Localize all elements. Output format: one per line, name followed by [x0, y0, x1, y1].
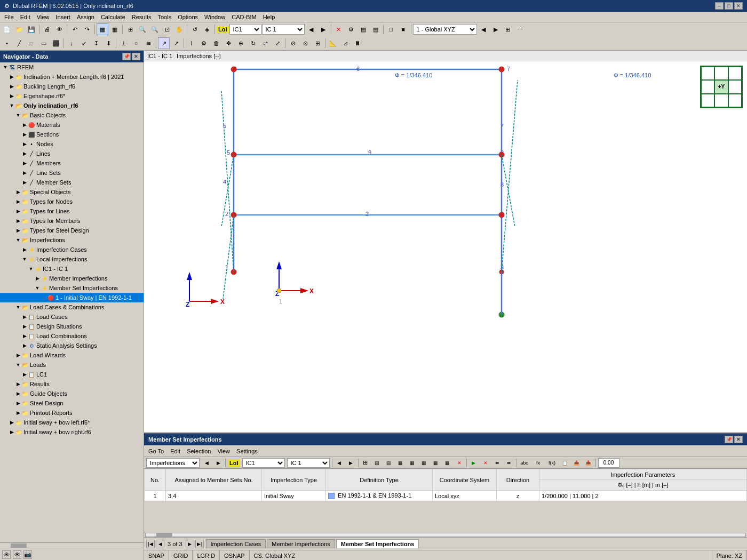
tree-static-analysis[interactable]: ▶ ⚙ Static Analysis Settings: [0, 341, 144, 350]
tb2-solid[interactable]: ⬛: [50, 37, 62, 49]
tab-imperfection-cases[interactable]: Imperfection Cases: [206, 539, 266, 548]
tb2-measure[interactable]: 📐: [327, 37, 339, 49]
tb-ic1-value-select[interactable]: IC 1: [262, 24, 305, 35]
tree-buckling[interactable]: ▶ 📁 Buckling Length_rf6: [0, 82, 144, 91]
tb2-section[interactable]: I: [186, 37, 197, 49]
menu-insert[interactable]: Insert: [52, 13, 74, 21]
bp-settings[interactable]: Settings: [234, 447, 260, 455]
status-snap[interactable]: SNAP: [144, 550, 169, 560]
tree-imperfection-cases[interactable]: ▶ ⚡ Imperfection Cases: [0, 245, 144, 254]
tree-special-objects[interactable]: ▶ 📁 Special Objects: [0, 187, 144, 197]
bp-export[interactable]: 📤: [572, 458, 582, 468]
tree-nodes[interactable]: ▶ • Nodes: [0, 139, 144, 149]
viewport-3d[interactable]: +Y Φ = 1/346.410 Φ = 1/346.410 6 6: [144, 61, 747, 433]
tree-members[interactable]: ▶ ╱ Members: [0, 158, 144, 168]
menu-help[interactable]: Help: [260, 13, 279, 21]
tb-coord-next[interactable]: ▶: [490, 23, 502, 35]
status-lgrid[interactable]: LGRID: [193, 550, 220, 560]
tb-rotate[interactable]: ↺: [189, 23, 201, 35]
tab-member-set-imperfections[interactable]: Member Set Imperfections: [336, 539, 419, 548]
tree-imperfections[interactable]: ▼ 📂 Imperfections: [0, 235, 144, 245]
menu-assign[interactable]: Assign: [74, 13, 98, 21]
bp-prev2[interactable]: ◀: [335, 458, 344, 468]
bp-filter7[interactable]: ▦: [443, 458, 452, 468]
tb-print[interactable]: 🖨: [41, 23, 53, 35]
tb-preview[interactable]: 👁: [53, 23, 65, 35]
tree-initial-sway-bow-right[interactable]: ▶ 📁 Initial sway + bow right.rf6: [0, 427, 144, 437]
minimize-button[interactable]: ─: [715, 2, 724, 10]
tb-filter[interactable]: ▤: [357, 23, 369, 35]
bp-arrow-r[interactable]: ✕: [481, 458, 490, 468]
tree-types-steel[interactable]: ▶ 📁 Types for Steel Design: [0, 226, 144, 235]
table-hscroll[interactable]: [144, 532, 747, 537]
tree-line-sets[interactable]: ▶ ╱ Line Sets: [0, 168, 144, 178]
bp-filter5[interactable]: ▦: [419, 458, 429, 468]
tb2-mirror[interactable]: ⇌: [259, 37, 271, 49]
tree-member-sets[interactable]: ▶ ╱ Member Sets: [0, 178, 144, 187]
bp-value-input[interactable]: 0.00: [598, 458, 619, 468]
tb-new[interactable]: 📄: [1, 23, 13, 35]
nav-camera-button[interactable]: 📷: [23, 550, 32, 559]
nav-close-button[interactable]: ✕: [132, 53, 140, 60]
tb-prev[interactable]: ◀: [305, 23, 317, 35]
tree-guide-objects[interactable]: ▶ 📁 Guide Objects: [0, 389, 144, 398]
tree-load-combinations[interactable]: ▶ 📋 Load Combinations: [0, 331, 144, 341]
bp-ic1-value-select[interactable]: IC 1: [287, 458, 330, 468]
tb-cross[interactable]: ✕: [333, 23, 345, 35]
nav-eye-button[interactable]: 👁: [2, 550, 11, 559]
tree-types-members[interactable]: ▶ 📁 Types for Members: [0, 216, 144, 226]
bp-filter[interactable]: ▤: [372, 458, 382, 468]
tb-open[interactable]: 📁: [13, 23, 25, 35]
tree-design-situations[interactable]: ▶ 📋 Design Situations: [0, 322, 144, 331]
bp-next-btn[interactable]: ▶: [213, 458, 223, 468]
tb2-split[interactable]: ⊘: [287, 37, 299, 49]
tb-zoom-window[interactable]: ⊡: [161, 23, 173, 35]
tb2-copy[interactable]: ⊕: [235, 37, 247, 49]
tree-printout-reports[interactable]: ▶ 📁 Printout Reports: [0, 408, 144, 418]
tb2-support[interactable]: ⊥: [118, 37, 130, 49]
tree-types-nodes[interactable]: ▶ 📁 Types for Nodes: [0, 197, 144, 206]
tb-redo[interactable]: ↷: [81, 23, 93, 35]
menu-file[interactable]: File: [1, 13, 17, 21]
tb2-delete[interactable]: 🗑: [210, 37, 222, 49]
bp-formula2[interactable]: f(x): [546, 458, 558, 468]
bp-delete[interactable]: ✕: [455, 458, 464, 468]
tb2-spring[interactable]: ≋: [142, 37, 154, 49]
bp-goto[interactable]: Go To: [146, 447, 166, 455]
tb-select2[interactable]: ▦: [109, 23, 121, 35]
tree-rfem[interactable]: ▼ 🏗 RFEM: [0, 62, 144, 72]
bp-arrow-d[interactable]: ⬌: [492, 458, 502, 468]
bp-arrow-l[interactable]: ▶: [469, 458, 479, 468]
tb-pan[interactable]: ✋: [173, 23, 185, 35]
tree-local-imperfections[interactable]: ▼ ⚡ Local Imperfections: [0, 254, 144, 264]
tree-item-1[interactable]: 🔴 1 - Initial Sway | EN 1992-1-1: [0, 293, 144, 302]
tb-grid[interactable]: ⊞: [502, 23, 514, 35]
menu-window[interactable]: Window: [201, 13, 228, 21]
status-grid[interactable]: GRID: [169, 550, 193, 560]
menu-edit[interactable]: Edit: [17, 13, 34, 21]
bp-filter6[interactable]: ▦: [431, 458, 441, 468]
menu-view[interactable]: View: [34, 13, 53, 21]
tb-3d[interactable]: ◈: [201, 23, 213, 35]
maximize-button[interactable]: □: [725, 2, 733, 10]
cell-member-sets[interactable]: [166, 491, 262, 501]
bp-ic1-select[interactable]: IC1: [242, 458, 285, 468]
tab-member-imperfections[interactable]: Member Imperfections: [267, 539, 335, 548]
tree-memberset-imperfections[interactable]: ▼ ⚡ Member Set Imperfections: [0, 283, 144, 293]
status-osnap[interactable]: OSNAP: [220, 550, 250, 560]
tree-basic-objects[interactable]: ▼ 📂 Basic Objects: [0, 110, 144, 120]
bp-imperfections-select[interactable]: Imperfections: [146, 458, 200, 468]
bp-pin-button[interactable]: 📌: [725, 436, 733, 443]
tb2-surface[interactable]: ▭: [38, 37, 50, 49]
tb2-line[interactable]: ╱: [13, 37, 25, 49]
bp-close-button[interactable]: ✕: [734, 436, 743, 443]
tb2-rotate[interactable]: ↻: [247, 37, 259, 49]
bp-edit[interactable]: Edit: [168, 447, 182, 455]
menu-tools[interactable]: Tools: [154, 13, 174, 21]
menu-options[interactable]: Options: [174, 13, 201, 21]
nav-next-btn[interactable]: ▶: [186, 540, 194, 548]
tree-eigenshape[interactable]: ▶ 📁 Eigenshape.rf6*: [0, 91, 144, 101]
tb-filter2[interactable]: ▤: [370, 23, 382, 35]
scroll-thumb[interactable]: [156, 533, 172, 537]
bp-copy2[interactable]: 📋: [560, 458, 570, 468]
